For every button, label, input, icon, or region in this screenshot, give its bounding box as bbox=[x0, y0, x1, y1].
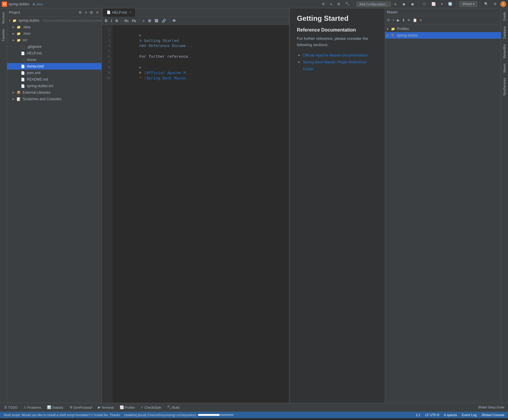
maven-side-tab[interactable]: Maven bbox=[502, 61, 507, 75]
maven-profiles-item[interactable]: ▶ 📁 Profiles bbox=[385, 26, 501, 32]
panel-settings-icon[interactable]: ⚙ bbox=[78, 10, 83, 15]
profile-button[interactable]: 📈 bbox=[430, 1, 437, 7]
statistic-icon: 📊 bbox=[47, 405, 51, 409]
preview-toggle[interactable]: 👁 bbox=[171, 18, 177, 23]
right-strip-tabs-indicator: JRebel Setup Guide bbox=[476, 405, 506, 410]
status-progress: Updating [local] /Users/zhuyumeng/.m2/re… bbox=[124, 413, 412, 417]
toolbar-sep-2 bbox=[139, 18, 139, 23]
code-content[interactable]: ▶ # Getting Started ✓ ### Reference Docu… bbox=[113, 25, 289, 403]
panel-close-icon[interactable]: ✕ bbox=[95, 10, 100, 15]
settings-gear-button[interactable]: ⚙ bbox=[492, 1, 498, 7]
preview-link-apache[interactable]: Official Apache Maven documentation bbox=[303, 53, 368, 57]
more-run-button[interactable]: ▾ bbox=[439, 1, 445, 7]
bottom-tab-problems[interactable]: ⚠ Problems bbox=[22, 405, 43, 410]
tree-item-pomxml[interactable]: 📄 pom.xml bbox=[7, 70, 102, 76]
line-col-indicator[interactable]: 1:1 bbox=[414, 413, 421, 417]
jrebel-setup-tab[interactable]: JRebel Setup Guide bbox=[476, 405, 506, 410]
mvn-folder-icon: 📁 bbox=[17, 32, 21, 36]
bottom-tab-terminal[interactable]: ▶ Terminal bbox=[96, 405, 116, 410]
tree-item-gitignore[interactable]: ⬛ .gitignore bbox=[7, 43, 102, 50]
tab-close-icon[interactable]: ✕ bbox=[129, 11, 132, 14]
readme-icon: 📄 bbox=[21, 78, 26, 82]
bottom-tab-build[interactable]: 🔨 Build bbox=[165, 405, 181, 410]
maven-refresh-button[interactable]: ↻ bbox=[386, 18, 391, 23]
editor-tab-helpmd[interactable]: 📄 HELP.md ✕ bbox=[103, 8, 135, 17]
maven-remove-button[interactable]: ✕ bbox=[406, 18, 411, 23]
profiles-arrow: ▶ bbox=[387, 27, 391, 30]
build-icon[interactable]: 🔨 bbox=[344, 1, 351, 7]
tree-root[interactable]: ▼ 📁 spring-dubbo ~/Documents/StudyDocume… bbox=[7, 17, 102, 24]
settings-icon[interactable]: ⚙ bbox=[320, 1, 327, 7]
tree-item-iml[interactable]: 📄 spring-dubbo.iml bbox=[7, 83, 102, 89]
toolbar-sep-3 bbox=[169, 18, 169, 23]
bottom-tab-profiler[interactable]: 📈 Profiler bbox=[118, 405, 137, 410]
maven-copy-button[interactable]: 📋 bbox=[412, 18, 418, 23]
shell-script-msg[interactable]: Shell script: Would you like to install … bbox=[2, 413, 121, 417]
preview-link-item-1: Official Apache Maven documentation bbox=[303, 52, 378, 59]
editor-tabs: 📄 HELP.md ✕ bbox=[102, 8, 289, 17]
line-9: 9 bbox=[102, 70, 113, 76]
gradle-tab[interactable]: Gradle bbox=[502, 10, 507, 23]
link-button[interactable]: 🔗 bbox=[160, 18, 167, 23]
split-icon[interactable]: ⊞ bbox=[336, 1, 342, 7]
tree-item-mvnw-cmd[interactable]: 📄 mvnw.cmd bbox=[7, 63, 102, 70]
favorites-tab[interactable]: Favorites bbox=[1, 26, 6, 43]
image-button[interactable]: 🖼 bbox=[153, 18, 159, 23]
maven-download-button[interactable]: ⬇ bbox=[401, 18, 406, 23]
panel-gear-icon[interactable]: ≡ bbox=[84, 10, 88, 15]
terminal-label: Terminal bbox=[101, 406, 114, 409]
jrebel-console-button[interactable]: JRebel Console bbox=[480, 413, 506, 417]
strikethrough-button[interactable]: S̶ bbox=[114, 18, 119, 23]
bottom-tab-todo[interactable]: ☰ TODO bbox=[2, 405, 19, 410]
tree-item-readme[interactable]: 📄 README.md bbox=[7, 76, 102, 83]
bold-button[interactable]: B bbox=[104, 18, 109, 23]
panel-split-icon[interactable]: ⊞ bbox=[89, 10, 94, 15]
structure-tab[interactable]: Structure bbox=[1, 10, 6, 26]
list-icon[interactable]: ≡ bbox=[328, 2, 334, 7]
maven-module-item[interactable]: ▶ 🏗 spring-dubbo bbox=[385, 32, 501, 39]
h2-button[interactable]: H₂ bbox=[131, 18, 138, 23]
stop-button[interactable]: ⏹ bbox=[409, 2, 416, 7]
restartbot-tab[interactable]: RestartBot bbox=[502, 42, 507, 61]
add-configuration-button[interactable]: Add Configuration... bbox=[356, 1, 391, 7]
table-button[interactable]: ⊞ bbox=[147, 18, 152, 23]
tree-item-scratches[interactable]: ▶ 📝 Scratches and Consoles bbox=[7, 96, 102, 102]
bottom-tab-checkstyle[interactable]: ✓ CheckStyle bbox=[139, 405, 163, 410]
maven-add-button[interactable]: + bbox=[392, 18, 395, 23]
link-spring[interactable]: Spring Boot Maven bbox=[146, 76, 186, 81]
tree-item-mvn[interactable]: ▶ 📁 .mvn bbox=[7, 30, 102, 37]
terminal-icon: ▶ bbox=[98, 405, 100, 409]
line-10: 10 bbox=[102, 76, 113, 81]
maven-run-button[interactable]: ▶ bbox=[396, 18, 401, 23]
search-everywhere-button[interactable]: 🔍 bbox=[482, 1, 490, 7]
bottom-tab-genprotobuf[interactable]: ⚙ GenProtobuf bbox=[68, 405, 94, 410]
event-log-button[interactable]: Event Log bbox=[461, 413, 478, 417]
maven-toolbar: ↻ + ▶ ⬇ ✕ 📋 ≡ bbox=[385, 16, 501, 24]
src-folder-icon: 📁 bbox=[17, 38, 21, 42]
tree-item-idea[interactable]: ▶ 📁 .idea bbox=[7, 24, 102, 30]
module-arrow: ▶ bbox=[387, 34, 391, 37]
bottom-tab-statistic[interactable]: 📊 Statistic bbox=[45, 405, 66, 410]
run-button[interactable]: ▶ bbox=[393, 1, 399, 7]
coverage-button[interactable]: 🛡 bbox=[421, 2, 428, 7]
link-apache[interactable]: Official Apache M bbox=[146, 71, 186, 75]
encoding-indicator[interactable]: LF UTF-8 bbox=[424, 413, 440, 417]
tree-item-mvnw[interactable]: ⬛ mvnw bbox=[7, 57, 102, 63]
italic-button[interactable]: I bbox=[110, 18, 113, 23]
h1-button[interactable]: H₁ bbox=[123, 18, 130, 23]
run-debug-button[interactable]: ⏺ bbox=[401, 2, 407, 7]
run-gutter-icon: ▶ bbox=[139, 34, 141, 37]
update-button[interactable]: 🔄 bbox=[446, 1, 454, 7]
restservices-tab[interactable]: RestServices bbox=[502, 76, 507, 98]
maven-settings-button[interactable]: ≡ bbox=[419, 18, 423, 23]
status-bar: Shell script: Would you like to install … bbox=[0, 412, 508, 418]
tree-item-src[interactable]: ▶ 📁 src bbox=[7, 37, 102, 43]
idea-icon: ■ .idea bbox=[33, 2, 43, 6]
preview-link-spring[interactable]: Spring Boot Maven Plugin Reference Guide bbox=[303, 60, 367, 71]
tree-item-helpmd[interactable]: 📄 HELP.md bbox=[7, 50, 102, 57]
jrebel-button[interactable]: JRebel ▾ bbox=[459, 1, 477, 7]
indent-indicator[interactable]: 4 spaces bbox=[443, 413, 458, 417]
tree-item-extlib[interactable]: ▶ 📦 External Libraries bbox=[7, 89, 102, 96]
list-button[interactable]: ≡ bbox=[141, 18, 146, 23]
database-tab[interactable]: Database bbox=[502, 24, 507, 41]
